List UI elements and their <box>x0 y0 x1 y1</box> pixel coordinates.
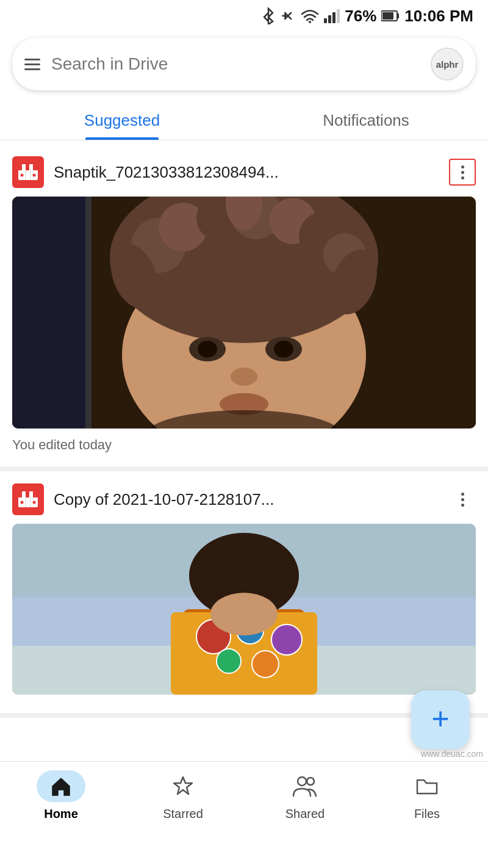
svg-point-60 <box>252 651 279 678</box>
svg-point-37 <box>274 341 293 358</box>
more-button-1[interactable] <box>449 159 476 186</box>
fab-plus-icon: + <box>431 703 449 734</box>
svg-point-63 <box>307 778 314 785</box>
search-bar-container: Search in Drive alphr <box>0 32 488 99</box>
tab-notifications[interactable]: Notifications <box>244 99 488 140</box>
svg-point-38 <box>231 367 257 386</box>
menu-icon[interactable] <box>24 59 40 70</box>
thumbnail-1[interactable] <box>12 197 476 429</box>
status-icons: 76% 10:06 PM <box>262 7 473 26</box>
svg-rect-44 <box>26 491 29 497</box>
file-card-1: Snaptik_70213033812308494... <box>0 144 488 471</box>
file-name-2: Copy of 2021-10-07-2128107... <box>54 490 439 509</box>
file-header-1: Snaptik_70213033812308494... <box>12 156 476 188</box>
svg-rect-4 <box>337 9 340 23</box>
thumbnail-image-1 <box>12 197 476 429</box>
three-dots-icon-1 <box>461 165 464 179</box>
signal-icon <box>324 9 340 23</box>
search-placeholder[interactable]: Search in Drive <box>51 54 420 74</box>
svg-point-0 <box>309 21 311 23</box>
svg-point-59 <box>217 649 241 673</box>
battery-icon <box>381 10 400 22</box>
time-text: 10:06 PM <box>404 7 473 26</box>
svg-point-58 <box>271 624 302 655</box>
clapper-icon <box>17 163 39 181</box>
home-icon <box>49 775 73 797</box>
svg-rect-6 <box>397 13 399 18</box>
folder-icon <box>415 775 439 797</box>
tab-suggested[interactable]: Suggested <box>0 99 244 140</box>
people-icon <box>292 775 318 797</box>
search-bar[interactable]: Search in Drive alphr <box>12 38 476 90</box>
files-icon-wrap <box>403 770 451 802</box>
avatar[interactable]: alphr <box>431 48 464 81</box>
svg-rect-43 <box>18 491 22 497</box>
svg-rect-10 <box>18 164 22 170</box>
nav-item-starred[interactable]: Starred <box>122 770 244 821</box>
svg-point-47 <box>33 501 36 504</box>
svg-rect-19 <box>12 197 85 429</box>
nav-item-home[interactable]: Home <box>0 770 122 821</box>
bottom-nav: Home Starred Shared Files <box>0 761 488 868</box>
svg-rect-1 <box>324 18 327 23</box>
nav-label-files: Files <box>414 807 440 821</box>
file-name-1: Snaptik_70213033812308494... <box>54 163 439 182</box>
fab-button[interactable]: + <box>411 690 470 749</box>
svg-rect-12 <box>33 164 38 170</box>
star-icon <box>171 775 195 797</box>
clapper-icon-2 <box>17 490 39 508</box>
tabs-container: Suggested Notifications <box>0 99 488 140</box>
svg-point-62 <box>298 777 306 786</box>
svg-rect-11 <box>26 164 29 170</box>
svg-rect-3 <box>332 12 336 23</box>
nav-item-files[interactable]: Files <box>366 770 488 821</box>
svg-rect-7 <box>382 12 393 20</box>
svg-rect-2 <box>328 15 331 23</box>
starred-icon-wrap <box>159 770 207 802</box>
svg-rect-20 <box>85 197 92 429</box>
wifi-icon <box>301 9 319 23</box>
svg-point-14 <box>21 174 24 177</box>
shared-icon-wrap <box>281 770 329 802</box>
file-card-2: Copy of 2021-10-07-2128107... <box>0 471 488 718</box>
home-icon-wrap <box>37 770 85 802</box>
video-icon-1 <box>12 156 44 188</box>
video-icon-2 <box>12 483 44 515</box>
nav-label-starred: Starred <box>163 807 203 821</box>
more-button-2[interactable] <box>449 486 476 513</box>
thumbnail-2[interactable] <box>12 524 476 695</box>
nav-label-shared: Shared <box>285 807 325 821</box>
svg-point-46 <box>21 501 24 504</box>
nav-label-home: Home <box>44 807 78 821</box>
svg-rect-45 <box>33 491 38 497</box>
bluetooth-icon <box>262 7 275 24</box>
mute-icon <box>280 8 296 24</box>
svg-point-61 <box>210 593 278 635</box>
nav-item-shared[interactable]: Shared <box>244 770 366 821</box>
three-dots-icon-2 <box>461 493 464 507</box>
svg-point-15 <box>33 174 36 177</box>
file-header-2: Copy of 2021-10-07-2128107... <box>12 483 476 515</box>
edited-text-1: You edited today <box>12 437 476 457</box>
status-bar: 76% 10:06 PM <box>0 0 488 32</box>
thumbnail-image-2 <box>12 524 476 695</box>
battery-text: 76% <box>345 7 376 26</box>
svg-point-36 <box>198 341 217 358</box>
